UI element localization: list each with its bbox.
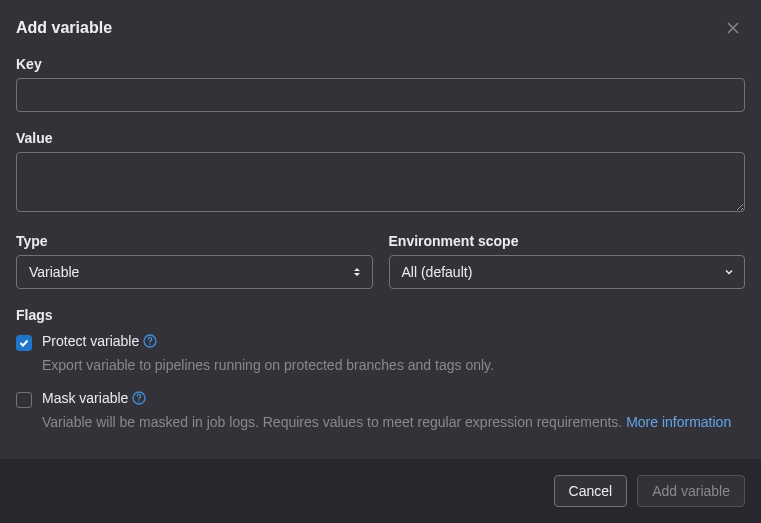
type-selected-value: Variable: [29, 264, 79, 280]
env-label: Environment scope: [389, 233, 746, 249]
modal-header: Add variable: [0, 0, 761, 56]
close-icon: [725, 20, 741, 36]
protect-row: Protect variable: [16, 333, 745, 351]
env-select[interactable]: All (default): [389, 255, 746, 289]
modal-footer: Cancel Add variable: [0, 459, 761, 523]
type-label: Type: [16, 233, 373, 249]
type-env-row: Type Variable Environment scope All (def…: [16, 233, 745, 289]
protect-desc: Export variable to pipelines running on …: [42, 355, 745, 376]
svg-point-3: [139, 401, 140, 402]
env-group: Environment scope All (default): [389, 233, 746, 289]
protect-label-line: Protect variable: [42, 333, 157, 349]
flags-section: Flags Protect variable Export variable t…: [16, 307, 745, 433]
env-selected-value: All (default): [402, 264, 473, 280]
mask-label: Mask variable: [42, 390, 128, 406]
add-variable-modal: Add variable Key Value Type Variable: [0, 0, 761, 523]
mask-desc: Variable will be masked in job logs. Req…: [42, 412, 745, 433]
type-select-wrap: Variable: [16, 255, 373, 289]
value-input[interactable]: [16, 152, 745, 212]
type-select[interactable]: Variable: [16, 255, 373, 289]
key-group: Key: [16, 56, 745, 112]
modal-title: Add variable: [16, 19, 112, 37]
more-info-link[interactable]: More information: [626, 414, 731, 430]
env-select-wrap: All (default): [389, 255, 746, 289]
mask-checkbox[interactable]: [16, 392, 32, 408]
question-circle-icon[interactable]: [143, 334, 157, 348]
key-label: Key: [16, 56, 745, 72]
value-label: Value: [16, 130, 745, 146]
cancel-button[interactable]: Cancel: [554, 475, 628, 507]
modal-body: Key Value Type Variable Environmen: [0, 56, 761, 459]
add-variable-button[interactable]: Add variable: [637, 475, 745, 507]
mask-label-line: Mask variable: [42, 390, 146, 406]
mask-desc-text: Variable will be masked in job logs. Req…: [42, 414, 626, 430]
flags-title: Flags: [16, 307, 745, 323]
svg-point-1: [150, 344, 151, 345]
type-group: Type Variable: [16, 233, 373, 289]
key-input[interactable]: [16, 78, 745, 112]
question-circle-icon[interactable]: [132, 391, 146, 405]
protect-checkbox[interactable]: [16, 335, 32, 351]
protect-label: Protect variable: [42, 333, 139, 349]
mask-row: Mask variable: [16, 390, 745, 408]
close-button[interactable]: [721, 16, 745, 40]
check-icon: [18, 337, 30, 349]
value-group: Value: [16, 130, 745, 215]
